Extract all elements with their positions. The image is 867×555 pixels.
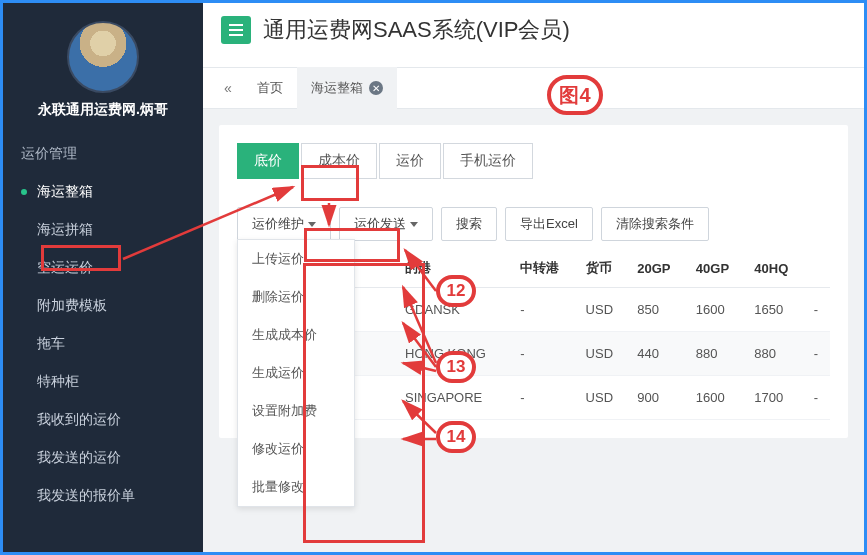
cell-tail: -: [806, 288, 830, 332]
dd-set-surcharge[interactable]: 设置附加费: [238, 392, 354, 430]
tabs-bar: « 首页 海运整箱 ✕: [203, 67, 864, 109]
dd-batch[interactable]: 批量修改: [238, 468, 354, 506]
cell-cur: USD: [578, 376, 630, 420]
sidebar-item-lcl[interactable]: 海运拼箱: [3, 211, 203, 249]
cell-40gp: 1600: [688, 376, 747, 420]
cell-dest: HONG KONG: [397, 332, 512, 376]
menu-section-header: 运价管理: [3, 129, 203, 173]
dd-modify[interactable]: 修改运价: [238, 430, 354, 468]
cell-tail: -: [806, 376, 830, 420]
dd-label: 批量修改: [252, 479, 304, 494]
cell-40gp: 880: [688, 332, 747, 376]
sidebar: 永联通用运费网.炳哥 运价管理 海运整箱 海运拼箱 空运运价 附加费模板 拖车 …: [3, 3, 203, 552]
app-title: 通用运费网SAAS系统(VIP会员): [263, 15, 570, 45]
profile-block: 永联通用运费网.炳哥: [3, 3, 203, 129]
cell-cur: USD: [578, 332, 630, 376]
sidebar-item-air[interactable]: 空运运价: [3, 249, 203, 287]
dd-upload[interactable]: 上传运价: [238, 240, 354, 278]
cell-40gp: 1600: [688, 288, 747, 332]
cell-via: -: [512, 376, 577, 420]
sidebar-item-received[interactable]: 我收到的运价: [3, 401, 203, 439]
pill-base-price[interactable]: 底价: [237, 143, 299, 179]
avatar: [67, 21, 139, 93]
dd-label: 修改运价: [252, 441, 304, 456]
sidebar-item-label: 特种柜: [37, 373, 79, 389]
main-area: 通用运费网SAAS系统(VIP会员) « 首页 海运整箱 ✕ 底价 成本价 运价…: [203, 3, 864, 552]
sidebar-item-label: 空运运价: [37, 259, 93, 275]
dd-label: 删除运价: [252, 289, 304, 304]
cell-dest: GDANSK: [397, 288, 512, 332]
export-button[interactable]: 导出Excel: [505, 207, 593, 241]
pill-label: 底价: [254, 152, 282, 168]
sidebar-item-sent[interactable]: 我发送的运价: [3, 439, 203, 477]
cell-40hq: 1700: [746, 376, 805, 420]
titlebar: 通用运费网SAAS系统(VIP会员): [203, 3, 864, 67]
cell-40hq: 1650: [746, 288, 805, 332]
button-label: 清除搜索条件: [616, 215, 694, 233]
sidebar-item-label: 海运整箱: [37, 183, 93, 199]
pill-mobile[interactable]: 手机运价: [443, 143, 533, 179]
cell-tail: -: [806, 332, 830, 376]
cell-via: -: [512, 332, 577, 376]
cell-20gp: 900: [629, 376, 688, 420]
button-label: 运价维护: [252, 215, 304, 233]
button-label: 搜索: [456, 215, 482, 233]
sidebar-item-label: 附加费模板: [37, 297, 107, 313]
cell-dest: SINGAPORE: [397, 376, 512, 420]
dd-label: 生成成本价: [252, 327, 317, 342]
pill-label: 成本价: [318, 152, 360, 168]
pill-label: 手机运价: [460, 152, 516, 168]
cell-20gp: 850: [629, 288, 688, 332]
send-dropdown-button[interactable]: 运价发送: [339, 207, 433, 241]
sidebar-item-fcl[interactable]: 海运整箱: [3, 173, 203, 211]
search-button[interactable]: 搜索: [441, 207, 497, 241]
sidebar-item-label: 我发送的运价: [37, 449, 121, 465]
dd-label: 设置附加费: [252, 403, 317, 418]
hamburger-button[interactable]: [221, 16, 251, 44]
dd-gen-cost[interactable]: 生成成本价: [238, 316, 354, 354]
toolbar: 运价维护 运价发送 搜索 导出Excel 清除搜索条件 上传运价 删除运价 生成…: [237, 207, 830, 241]
sidebar-item-label: 拖车: [37, 335, 65, 351]
sidebar-item-label: 我发送的报价单: [37, 487, 135, 503]
pill-label: 运价: [396, 152, 424, 168]
maintain-dropdown-menu: 上传运价 删除运价 生成成本价 生成运价 设置附加费 修改运价 批量修改: [237, 239, 355, 507]
sidebar-item-surcharge[interactable]: 附加费模板: [3, 287, 203, 325]
dd-gen-freight[interactable]: 生成运价: [238, 354, 354, 392]
tab-back-button[interactable]: «: [213, 73, 243, 103]
sidebar-item-label: 我收到的运价: [37, 411, 121, 427]
th-40hq: 40HQ: [746, 249, 805, 288]
close-icon[interactable]: ✕: [369, 81, 383, 95]
app-frame: 永联通用运费网.炳哥 运价管理 海运整箱 海运拼箱 空运运价 附加费模板 拖车 …: [0, 0, 867, 555]
maintain-dropdown-button[interactable]: 运价维护: [237, 207, 331, 241]
username: 永联通用运费网.炳哥: [3, 101, 203, 119]
chevron-down-icon: [308, 222, 316, 227]
tab-home[interactable]: 首页: [243, 67, 297, 109]
th-40gp: 40GP: [688, 249, 747, 288]
dd-delete[interactable]: 删除运价: [238, 278, 354, 316]
th-cur: 货币: [578, 249, 630, 288]
th-20gp: 20GP: [629, 249, 688, 288]
dd-label: 生成运价: [252, 365, 304, 380]
chevron-down-icon: [410, 222, 418, 227]
th-via: 中转港: [512, 249, 577, 288]
cell-20gp: 440: [629, 332, 688, 376]
cell-40hq: 880: [746, 332, 805, 376]
button-label: 导出Excel: [520, 215, 578, 233]
th-dest: 的港: [397, 249, 512, 288]
clear-button[interactable]: 清除搜索条件: [601, 207, 709, 241]
content-panel: 底价 成本价 运价 手机运价 运价维护 运价发送 搜索 导出Excel 清除搜索…: [219, 125, 848, 438]
price-type-tabs: 底价 成本价 运价 手机运价: [237, 143, 830, 179]
sidebar-item-trailer[interactable]: 拖车: [3, 325, 203, 363]
pill-freight[interactable]: 运价: [379, 143, 441, 179]
tab-fcl[interactable]: 海运整箱 ✕: [297, 67, 397, 109]
pill-cost-price[interactable]: 成本价: [301, 143, 377, 179]
sidebar-item-special[interactable]: 特种柜: [3, 363, 203, 401]
sidebar-item-quotes[interactable]: 我发送的报价单: [3, 477, 203, 515]
th-tail: [806, 249, 830, 288]
sidebar-item-label: 海运拼箱: [37, 221, 93, 237]
tab-label: 首页: [257, 79, 283, 97]
button-label: 运价发送: [354, 215, 406, 233]
cell-cur: USD: [578, 288, 630, 332]
dd-label: 上传运价: [252, 251, 304, 266]
cell-via: -: [512, 288, 577, 332]
